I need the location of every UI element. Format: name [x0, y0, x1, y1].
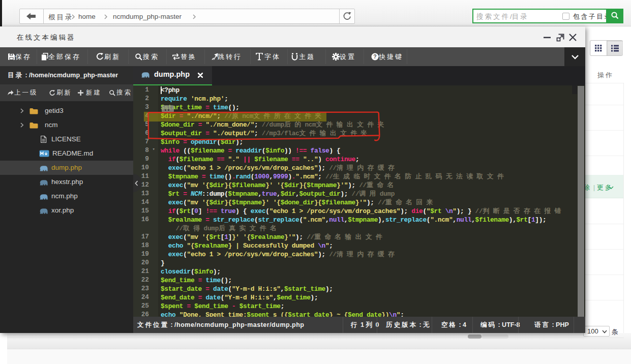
svg-text:?: ?	[373, 53, 376, 59]
